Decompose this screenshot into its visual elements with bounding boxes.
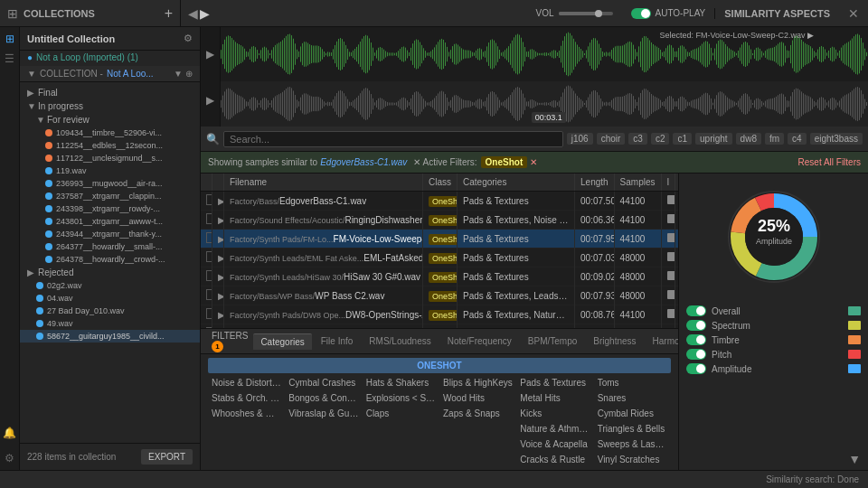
cat-bongos[interactable]: Bongos & Congas — [285, 391, 362, 405]
tag-upright[interactable]: upright — [695, 133, 732, 145]
tree-item-rejected[interactable]: ▶ Rejected — [20, 266, 200, 279]
col-samples[interactable]: Samples — [614, 174, 661, 192]
tag-c4[interactable]: c4 — [788, 133, 807, 145]
col-categories[interactable]: Categories — [458, 174, 575, 192]
cat-cymbal-rides[interactable]: Cymbal Rides — [594, 407, 671, 420]
close-button[interactable]: ✕ — [839, 6, 868, 21]
cat-claps[interactable]: Claps — [363, 407, 439, 420]
row-play[interactable]: ▶ — [212, 230, 224, 249]
row-play[interactable]: ▶ — [212, 305, 224, 324]
row-check[interactable] — [201, 286, 212, 305]
cat-hats[interactable]: Hats & Shakers — [363, 376, 439, 389]
row-check[interactable] — [201, 211, 212, 230]
cat-snares[interactable]: Snares — [594, 391, 671, 405]
list-item[interactable]: 117122__unclesigmund__s... — [20, 152, 200, 164]
export-button[interactable]: EXPORT — [141, 449, 193, 465]
filter-oneshot-x[interactable]: ✕ — [530, 157, 537, 167]
cat-nature[interactable]: Nature & Athmospheric — [516, 422, 593, 436]
tag-c3[interactable]: c3 — [628, 133, 647, 145]
collapse-icon[interactable]: ▼ — [27, 69, 36, 79]
list-item-selected[interactable]: 58672__guitarguy1985__civild... — [20, 330, 200, 343]
col-filename[interactable]: Filename — [224, 174, 423, 192]
list-item[interactable]: 119.wav — [20, 164, 200, 177]
tab-note[interactable]: Note/Frequency — [440, 333, 519, 349]
tree-item-inprogress[interactable]: ▼ In progress — [20, 99, 200, 113]
row-play[interactable]: ▶ — [212, 267, 224, 286]
search-input[interactable] — [223, 131, 563, 147]
col-I[interactable]: I — [661, 174, 675, 192]
back-button[interactable]: ◀ — [188, 6, 198, 21]
row-play[interactable]: ▶ — [212, 211, 224, 230]
list-item[interactable]: 112254__edbles__12secon... — [20, 139, 200, 152]
list-item[interactable]: 27 Bad Day_010.wav — [20, 305, 200, 317]
cat-whooshes[interactable]: Whooshes & Whips — [208, 407, 285, 420]
settings-icon[interactable]: ⚙ — [184, 33, 193, 44]
row-play[interactable]: ▶ — [212, 192, 224, 211]
cat-zaps[interactable]: Zaps & Snaps — [439, 407, 516, 420]
cat-wood[interactable]: Wood Hits — [439, 391, 516, 405]
sidebar-bell-icon[interactable]: 🔔 — [3, 427, 16, 439]
cat-kicks[interactable]: Kicks — [516, 407, 593, 420]
play-top-button[interactable]: ▶ — [206, 48, 214, 61]
list-item[interactable]: 109434__timbre__52906-vi... — [20, 127, 200, 139]
volume-slider[interactable] — [559, 12, 613, 15]
tab-fileinfo[interactable]: File Info — [314, 333, 361, 349]
col-II[interactable]: II — [675, 174, 678, 192]
cat-metal[interactable]: Metal Hits — [516, 391, 593, 405]
row-check[interactable] — [201, 267, 212, 286]
sidebar-grid-icon[interactable]: ⊞ — [5, 33, 14, 45]
cat-explosions[interactable]: Explosions < Shots — [363, 391, 439, 405]
cat-voice[interactable]: Voice & Acapella — [516, 437, 593, 451]
timbre-toggle[interactable] — [686, 334, 706, 345]
oneshot-filter-pill[interactable]: ONESHOT — [208, 358, 671, 373]
pitch-toggle[interactable] — [686, 349, 706, 360]
tag-c2[interactable]: c2 — [651, 133, 670, 145]
col-class[interactable]: Class — [423, 174, 458, 192]
tree-item-forreview[interactable]: ▼ For review — [20, 113, 200, 127]
row-check[interactable] — [201, 305, 212, 324]
cat-sweeps[interactable]: Sweeps & Lasers — [594, 437, 671, 451]
list-item[interactable]: 237587__xtrgamr__clappin... — [20, 190, 200, 202]
cat-cymbal-crashes[interactable]: Cymbal Crashes — [285, 376, 362, 389]
tab-bpm[interactable]: BPM/Tempo — [521, 333, 584, 349]
row-check[interactable] — [201, 192, 212, 211]
list-item[interactable]: 264378__howardly__crowd-... — [20, 253, 200, 266]
add-collection-icon[interactable]: + — [165, 5, 173, 22]
tree-item-final[interactable]: ▶ Final — [20, 86, 200, 99]
expand-icon[interactable]: ▼ — [848, 452, 861, 466]
list-item[interactable]: 236993__mugwood__air-ra... — [20, 177, 200, 190]
tag-eight3bass[interactable]: eight3bass — [810, 133, 863, 145]
cat-vibraslap[interactable]: Vibraslap & Guiro — [285, 407, 362, 420]
spectrum-toggle[interactable] — [686, 320, 706, 331]
cat-stabs[interactable]: Stabs & Orch. Hits — [208, 391, 285, 405]
sidebar-gear-icon[interactable]: ⚙ — [5, 452, 14, 465]
tree-controls[interactable]: ▼⊕ — [174, 69, 193, 79]
list-item[interactable]: 49.wav — [20, 317, 200, 330]
tag-choir[interactable]: choir — [597, 133, 626, 145]
col-length[interactable]: Length — [575, 174, 615, 192]
play-bottom-button[interactable]: ▶ — [206, 94, 214, 107]
row-play[interactable]: ▶ — [212, 249, 224, 267]
amplitude-toggle[interactable] — [686, 363, 706, 374]
tab-brightness[interactable]: Brightness — [586, 333, 643, 349]
sidebar-list-icon[interactable]: ☰ — [5, 52, 14, 65]
row-play[interactable]: ▶ — [212, 286, 224, 305]
cat-pads[interactable]: Pads & Textures — [516, 376, 593, 389]
tab-rms[interactable]: RMS/Loudness — [362, 333, 438, 349]
cat-triangles[interactable]: Triangles & Bells — [594, 422, 671, 436]
tag-fm[interactable]: fm — [765, 133, 784, 145]
list-item[interactable]: 243944__xtrgamr__thank-y... — [20, 228, 200, 240]
cat-vinyl[interactable]: Vinyl Scratches — [594, 453, 671, 466]
row-check[interactable] — [201, 249, 212, 267]
tag-dw8[interactable]: dw8 — [736, 133, 761, 145]
tag-c1[interactable]: c1 — [673, 133, 692, 145]
list-item[interactable]: 243801__xtrgamr__awww-t... — [20, 215, 200, 228]
list-item[interactable]: 02g2.wav — [20, 279, 200, 292]
list-item[interactable]: 264377__howardly__small-... — [20, 240, 200, 253]
overall-toggle[interactable] — [686, 305, 706, 316]
filter-oneshot-badge[interactable]: OneShot — [481, 156, 528, 168]
cat-noise[interactable]: Noise & Distortion — [208, 376, 285, 389]
tab-harmonicity[interactable]: Harmonicity — [646, 333, 678, 349]
row-check[interactable] — [201, 230, 212, 249]
cat-blips[interactable]: Blips & HighKeys — [439, 376, 516, 389]
